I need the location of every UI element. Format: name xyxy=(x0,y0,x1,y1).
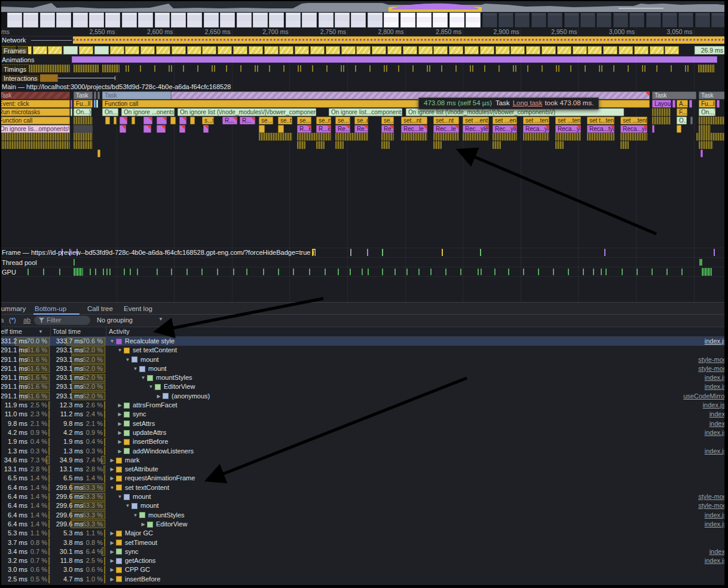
flame-block[interactable]: Rec...yle xyxy=(493,125,517,133)
film-thumbnail[interactable] xyxy=(466,13,481,28)
expand-arrow-closed[interactable]: ▶ xyxy=(116,447,124,456)
flame-block[interactable]: Task xyxy=(0,92,70,99)
frame-block[interactable] xyxy=(264,46,279,54)
flame-block[interactable]: On...) xyxy=(699,108,715,116)
flame-block[interactable]: se..nt xyxy=(354,117,368,124)
flame-block[interactable]: On ignore ...onents\/) xyxy=(121,108,175,116)
table-row[interactable]: 13.1 ms2.8 %13.1 ms2.8 %▶setAttribute xyxy=(0,465,728,474)
flame-block[interactable]: set ...tent xyxy=(555,117,581,124)
flame-block[interactable]: F...l xyxy=(677,108,687,116)
table-row[interactable]: 291.1 ms61.6 %293.1 ms62.0 %▼mountStyles… xyxy=(0,373,728,382)
flame-block[interactable] xyxy=(143,117,152,124)
film-thumbnail[interactable] xyxy=(498,13,513,28)
animations-track-bar[interactable] xyxy=(72,56,717,63)
flame-block[interactable] xyxy=(381,133,394,141)
tab-call-tree[interactable]: Call tree xyxy=(87,303,113,315)
cpu-overview-minimap[interactable] xyxy=(0,1,728,12)
flame-block[interactable]: Run microtasks xyxy=(0,108,70,116)
frame-block[interactable] xyxy=(418,46,433,54)
table-row[interactable]: 291.1 ms61.6 %293.1 ms62.0 %▶(anonymous)… xyxy=(0,392,728,401)
expand-arrow-closed[interactable]: ▶ xyxy=(108,456,116,465)
flame-block[interactable]: Task xyxy=(102,92,171,99)
frame-block[interactable] xyxy=(79,46,93,54)
flame-block[interactable] xyxy=(114,117,117,124)
screenshot-filmstrip[interactable] xyxy=(0,12,728,28)
flame-block[interactable] xyxy=(652,125,654,133)
tab-bottom-up[interactable]: Bottom-up xyxy=(35,303,66,315)
expand-arrow-open[interactable]: ▼ xyxy=(124,501,131,510)
flame-block[interactable] xyxy=(433,133,459,141)
table-row[interactable]: 6.4 ms1.4 %299.6 ms63.3 %▼mountStylesind… xyxy=(0,511,728,520)
flame-block[interactable]: set...nt xyxy=(401,117,427,124)
table-row[interactable]: 6.5 ms1.4 %6.5 ms1.4 %▶requestAnimationF… xyxy=(0,474,728,483)
flame-block[interactable] xyxy=(74,117,93,124)
frame-track-title[interactable]: Frame — https://id-preview--bd53fd9d-728… xyxy=(2,249,316,256)
flame-block[interactable]: Re..le xyxy=(354,125,368,133)
flame-block[interactable]: Rec...yle xyxy=(463,125,489,133)
flame-block[interactable]: Re...e xyxy=(335,125,350,133)
table-row[interactable]: 9.8 ms2.1 %9.8 ms2.1 %▶setAttrsindex. xyxy=(0,419,728,428)
frame-block[interactable] xyxy=(295,46,309,54)
expand-arrow-closed[interactable]: ▶ xyxy=(116,401,124,410)
flame-block[interactable]: set ...tent xyxy=(620,117,647,124)
frame-block[interactable] xyxy=(202,46,216,54)
expand-arrow-closed[interactable]: ▶ xyxy=(108,575,116,584)
table-row[interactable]: 5.3 ms1.1 %5.3 ms1.1 %▶Major GC xyxy=(0,529,728,538)
film-thumbnail[interactable] xyxy=(580,13,595,28)
chevron-down-icon[interactable]: ▼ xyxy=(158,316,163,322)
film-thumbnail[interactable] xyxy=(613,13,628,28)
frame-block[interactable] xyxy=(372,46,386,54)
flame-block[interactable]: Fu...ll xyxy=(74,100,93,108)
film-thumbnail[interactable] xyxy=(7,13,22,28)
main-thread-title[interactable]: Main — http://localhost:3000/projects/bd… xyxy=(2,83,231,90)
flame-block[interactable]: Function call xyxy=(0,117,70,124)
film-thumbnail[interactable] xyxy=(138,13,153,28)
flame-block[interactable] xyxy=(717,100,720,108)
frame-block[interactable] xyxy=(218,46,232,54)
film-thumbnail[interactable] xyxy=(40,13,55,28)
table-row[interactable]: 291.1 ms61.6 %293.1 ms62.0 %▼mountstyle-… xyxy=(0,355,728,364)
flame-block[interactable]: On ignore list (\/node_modules\/|\/bower… xyxy=(178,108,316,116)
expand-arrow-closed[interactable]: ▶ xyxy=(108,538,116,547)
frame-block[interactable] xyxy=(140,46,155,54)
flame-block[interactable] xyxy=(699,125,711,133)
flame-block[interactable] xyxy=(74,125,93,133)
tab-summary[interactable]: Summary xyxy=(0,303,26,315)
flame-block[interactable] xyxy=(71,100,72,108)
frame-block[interactable] xyxy=(619,46,633,54)
flame-block[interactable] xyxy=(170,117,176,124)
flame-block[interactable]: Re...le xyxy=(381,125,394,133)
flame-block[interactable]: On ignore lis...omponents\/) xyxy=(0,125,70,133)
table-row[interactable]: 1.3 ms0.3 %1.3 ms0.3 %▶addWindowListener… xyxy=(0,447,728,456)
flame-block[interactable] xyxy=(677,125,681,133)
flame-block[interactable] xyxy=(259,125,265,133)
expand-arrow-closed[interactable]: ▶ xyxy=(108,556,116,565)
table-row[interactable]: 6.4 ms1.4 %299.6 ms63.3 %▶EditorViewinde… xyxy=(0,520,728,529)
flame-block[interactable] xyxy=(699,141,713,149)
flame-block[interactable] xyxy=(493,141,501,149)
film-thumbnail[interactable] xyxy=(269,13,284,28)
flame-block[interactable] xyxy=(190,117,195,124)
frame-block[interactable] xyxy=(557,46,571,54)
column-activity[interactable]: Activity xyxy=(109,328,130,335)
expand-arrow-open[interactable]: ▼ xyxy=(124,355,131,364)
film-thumbnail[interactable] xyxy=(384,13,399,28)
flame-block[interactable] xyxy=(94,92,96,99)
sort-icon[interactable]: ▼ xyxy=(38,329,43,334)
frame-block[interactable] xyxy=(356,46,371,54)
frame-block[interactable] xyxy=(495,46,510,54)
source-link[interactable]: index.js xyxy=(705,556,727,565)
expand-arrow-closed[interactable]: ▶ xyxy=(108,465,116,474)
flame-block[interactable]: se...t xyxy=(259,117,273,124)
film-thumbnail[interactable] xyxy=(547,13,562,28)
film-thumbnail[interactable] xyxy=(122,13,137,28)
frame-block[interactable] xyxy=(650,46,664,54)
expand-arrow-closed[interactable]: ▶ xyxy=(116,437,124,446)
film-thumbnail[interactable] xyxy=(433,13,448,28)
flame-block[interactable] xyxy=(131,117,135,124)
frame-block[interactable] xyxy=(233,46,247,54)
source-link[interactable]: index.js xyxy=(705,428,727,437)
table-row[interactable]: 3.2 ms0.7 %11.8 ms2.5 %▶getActionsindex.… xyxy=(0,556,728,565)
flame-block[interactable] xyxy=(94,100,96,108)
source-link[interactable]: index.js xyxy=(705,337,727,346)
